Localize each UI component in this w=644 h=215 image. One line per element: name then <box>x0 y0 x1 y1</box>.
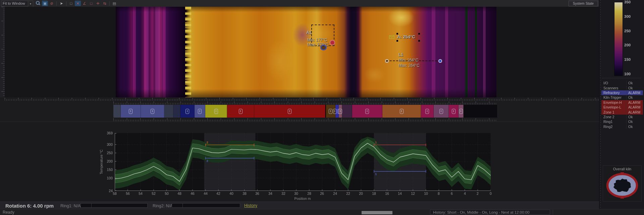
line-measure-icon[interactable]: ⇆ <box>102 1 108 6</box>
alert-badge: ! <box>239 109 243 114</box>
zone-segment[interactable] <box>342 105 352 118</box>
x-tick-label: 18 <box>370 191 378 196</box>
color-scale-ticks: 350300250200150100 <box>624 0 638 81</box>
angle-measure-icon[interactable]: ∠ <box>82 1 88 6</box>
status-row-envelope-l[interactable]: Envelope-LALARM <box>601 105 643 110</box>
x-tick-label: 22 <box>344 191 352 196</box>
status-label: Kiln-Trigger <box>601 95 626 99</box>
x-tick-label: 54 <box>137 191 145 196</box>
view-mode-select[interactable]: Fit to Window <box>1 1 30 6</box>
status-label: Zone 2 <box>601 115 626 119</box>
alert-badge: ! <box>129 109 132 114</box>
alert-badge: ! <box>288 109 291 114</box>
zone-segment[interactable] <box>173 105 180 118</box>
zone-alarm-bar: !!!!!!!!!!!!!!!!! <box>113 105 497 118</box>
x-tick-label: 14 <box>396 191 404 196</box>
zone-segment[interactable]: ! <box>227 105 254 118</box>
thermal-image[interactable]: A1 Min: 177°C Max: 279°C A: 254°C L1 Min… <box>116 7 496 97</box>
status-label: I/O <box>601 81 626 85</box>
rect-measure-icon[interactable]: □ <box>88 1 94 6</box>
system-state-button[interactable]: System State <box>569 1 598 6</box>
zone-segment[interactable]: ! <box>352 105 382 118</box>
x-tick-label: 6 <box>448 191 456 196</box>
status-row-zone-2[interactable]: Zone 2Ok <box>601 115 643 119</box>
status-label: Refractory <box>601 91 626 95</box>
zone-segment[interactable]: ! <box>459 105 464 118</box>
x-tick-label: 2 <box>474 191 482 196</box>
zone-segment[interactable]: ! <box>195 105 205 118</box>
x-tick-label: 48 <box>175 191 183 196</box>
thermal-hot-edge <box>185 7 191 97</box>
zone-segment[interactable]: ! <box>339 105 342 118</box>
status-value: ALARM <box>626 105 643 109</box>
status-row-ring2[interactable]: Ring2Ok <box>601 124 643 129</box>
l1-start-handle[interactable] <box>385 59 389 63</box>
selection-handle[interactable] <box>418 33 420 35</box>
dropdown-arrow-icon[interactable]: ▾ <box>28 1 33 7</box>
alert-badge: ! <box>185 109 189 114</box>
point-measure-icon[interactable]: ✛ <box>95 1 101 6</box>
app-window: Fit to Window ▾ ▣⊘➤□✕∠□✛⇆▤ System State … <box>0 0 644 215</box>
zone-segment[interactable]: ! <box>421 105 434 118</box>
status-row-kiln-trigger[interactable]: Kiln-TriggerOk <box>601 95 643 100</box>
overall-kiln-panel: Overall kiln <box>603 165 642 202</box>
colorbar-tick-label: 200 <box>624 43 631 47</box>
a1-min-point-marker[interactable] <box>320 45 327 50</box>
x-tick-label: 16 <box>383 191 391 196</box>
zone-segment[interactable] <box>164 105 173 118</box>
svg-text:2: 2 <box>207 159 208 163</box>
x-tick-label: 24 <box>331 191 339 196</box>
status-value: Ok <box>626 125 643 129</box>
zone-segment[interactable]: ! <box>254 105 325 118</box>
status-row-scanners[interactable]: ScannersOk <box>601 85 643 90</box>
status-label: Envelope-H <box>601 100 626 104</box>
selection-handle[interactable] <box>418 40 420 42</box>
panel-splitter[interactable] <box>600 0 601 209</box>
x-tick-label: 0 <box>487 191 495 196</box>
status-value: Ok <box>626 95 643 99</box>
status-row-i-o[interactable]: I/OOk <box>601 81 643 85</box>
measure-area-a[interactable]: A: 254°C <box>397 34 419 41</box>
vertical-ruler <box>0 7 5 97</box>
zone-segment[interactable]: ! <box>382 105 421 118</box>
zone-segment[interactable]: ! <box>141 105 164 118</box>
a-value-label: A: 254°C <box>397 34 415 39</box>
zoom-icon[interactable] <box>35 1 41 6</box>
l1-end-handle[interactable] <box>438 59 442 63</box>
x-tick-label: 28 <box>305 191 313 196</box>
status-row-ring1[interactable]: Ring1Ok <box>601 119 643 124</box>
svg-text:1: 1 <box>375 140 377 144</box>
ring1-gauge-small <box>80 203 92 208</box>
status-row-envelope-h[interactable]: Envelope-HALARM <box>601 100 643 105</box>
x-tick-label: 8 <box>435 191 443 196</box>
selection-handle[interactable] <box>396 40 398 42</box>
x-tick-label: 26 <box>318 191 326 196</box>
x-tick-label: 58 <box>111 191 119 196</box>
keyboard-icon[interactable]: ▤ <box>111 1 117 6</box>
alert-badge: ! <box>198 109 202 114</box>
zoom-reset-icon[interactable]: ⊘ <box>49 1 55 6</box>
right-panel: 350300250200150100 I/OOkScannersOkRefrac… <box>599 0 644 209</box>
status-value: ALARM <box>626 91 643 95</box>
profile-chart-canvas[interactable]: 2211 <box>115 133 491 191</box>
zone-segment[interactable] <box>113 105 121 118</box>
zone-segment[interactable]: ! <box>434 105 449 118</box>
status-label: Zone 1 <box>601 110 626 114</box>
x-tick-label: 40 <box>227 191 235 196</box>
select-rect-icon[interactable]: □ <box>68 1 74 6</box>
history-link[interactable]: History <box>244 203 257 208</box>
zone-segment[interactable]: ! <box>180 105 195 118</box>
ring2-gauge-small <box>172 203 183 208</box>
zone-segment[interactable]: ! <box>205 105 227 118</box>
zone-segment[interactable]: ! <box>449 105 459 118</box>
a1-max-point-marker[interactable] <box>330 40 335 45</box>
delete-measure-icon[interactable]: ✕ <box>75 1 81 6</box>
status-row-refractory[interactable]: RefractoryALARM <box>601 90 643 95</box>
cursor-icon[interactable]: ➤ <box>58 1 64 6</box>
zone-segment[interactable]: ! <box>121 105 141 118</box>
zoom-window-icon[interactable]: ▣ <box>42 1 48 6</box>
status-row-zone-1[interactable]: Zone 1ALARM <box>601 110 643 114</box>
zone-ruler-bottom <box>113 118 497 121</box>
envelope-icon <box>389 35 394 39</box>
svg-text:2: 2 <box>207 140 208 144</box>
